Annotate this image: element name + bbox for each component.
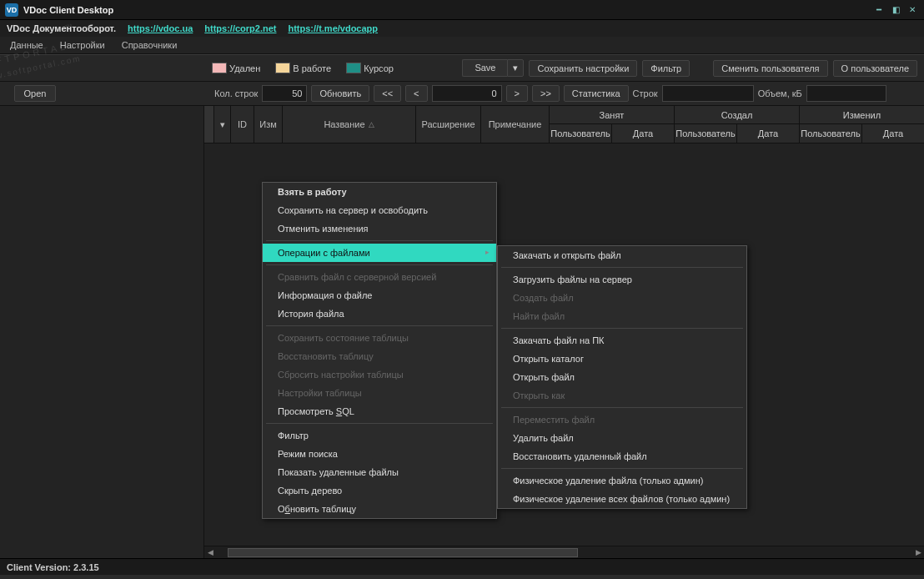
- legend-cursor: Курсор: [346, 63, 394, 73]
- col-created-user[interactable]: Пользователь: [675, 124, 737, 143]
- rows-input[interactable]: [262, 85, 307, 102]
- scroll-left-icon[interactable]: ◀: [204, 546, 216, 558]
- col-izm[interactable]: Изм: [254, 106, 283, 143]
- open-button[interactable]: Open: [14, 85, 56, 102]
- col-name[interactable]: Название: [283, 106, 416, 143]
- ctx2-item-16[interactable]: Физическое удаление всех файлов (только …: [498, 490, 746, 508]
- ctx1-item-19[interactable]: Скрыть дерево: [263, 481, 496, 500]
- first-page-button[interactable]: <<: [374, 85, 401, 102]
- col-ext[interactable]: Расширение: [416, 106, 481, 143]
- ctx1-item-0[interactable]: Взять в работу: [263, 183, 496, 201]
- title-bar: VD VDoc Client Desktop ━ ◧ ✕: [0, 0, 924, 20]
- ctx1-item-16[interactable]: Фильтр: [263, 426, 496, 445]
- refresh-button[interactable]: Обновить: [311, 85, 369, 102]
- menu-reference[interactable]: Справочники: [118, 38, 181, 52]
- col-changed-group: Изменил ПользовательДата: [800, 106, 924, 143]
- grid-header: ▾ ID Изм Название Расширение Примечание …: [204, 106, 924, 143]
- save-settings-button[interactable]: Сохранить настройки: [529, 60, 637, 77]
- rows2-label: Строк: [633, 88, 658, 98]
- ctx1-item-18[interactable]: Показать удаленные файлы: [263, 463, 496, 481]
- ctx2-item-12[interactable]: Удалить файл: [498, 429, 746, 447]
- ctx2-item-13[interactable]: Восстановить удаленный файл: [498, 447, 746, 466]
- ctx1-item-2[interactable]: Отменить изменения: [263, 219, 496, 238]
- link-vdoc[interactable]: https://vdoc.ua: [128, 23, 193, 33]
- menu-settings[interactable]: Настройки: [57, 38, 108, 52]
- col-created-date[interactable]: Дата: [737, 124, 799, 143]
- ctx1-item-10: Сохранить состояние таблицы: [263, 329, 496, 347]
- ctx1-sep-3: [266, 240, 493, 241]
- ctx2-item-15[interactable]: Физическое удаление файла (только админ): [498, 471, 746, 490]
- col-changed-user[interactable]: Пользователь: [800, 124, 862, 143]
- menu-bar: Данные Настройки Справочники: [0, 37, 924, 54]
- ctx1-item-8[interactable]: История файла: [263, 305, 496, 323]
- col-id[interactable]: ID: [231, 106, 254, 143]
- filter-button[interactable]: Фильтр: [642, 60, 690, 77]
- change-user-button[interactable]: Сменить пользователя: [713, 60, 827, 77]
- ctx2-sep-14: [501, 468, 743, 469]
- context-menu-main[interactable]: Взять в работуСохранить на сервер и осво…: [262, 182, 497, 519]
- scroll-right-icon[interactable]: ▶: [912, 546, 924, 558]
- sidebar-tree: [0, 106, 204, 558]
- close-icon[interactable]: ✕: [906, 3, 919, 17]
- save-dropdown-icon[interactable]: ▾: [507, 59, 524, 77]
- ctx1-sep-5: [266, 264, 493, 265]
- toolbar-nav: Open Кол. строк Обновить << < > >> Стати…: [0, 82, 924, 106]
- maximize-icon[interactable]: ◧: [889, 3, 902, 17]
- ctx1-item-12: Сбросить настройки таблицы: [263, 365, 496, 384]
- link-telegram[interactable]: https://t.me/vdocapp: [288, 23, 378, 33]
- col-created-group: Создал ПользовательДата: [675, 106, 800, 143]
- ctx1-item-20[interactable]: Обновить таблицу: [263, 500, 496, 518]
- next-page-button[interactable]: >: [506, 85, 528, 102]
- rows2-input[interactable]: [662, 85, 754, 102]
- legend-inwork: В работе: [275, 63, 331, 73]
- scroll-thumb[interactable]: [228, 548, 578, 557]
- ctx2-item-7[interactable]: Открыть каталог: [498, 350, 746, 368]
- legend-deleted: Удален: [212, 63, 260, 73]
- ctx2-item-6[interactable]: Закачать файл на ПК: [498, 331, 746, 350]
- stats-button[interactable]: Статистика: [564, 85, 629, 102]
- volume-input[interactable]: [806, 85, 886, 102]
- chip-deleted-icon: [212, 63, 227, 73]
- app-logo-icon: VD: [5, 3, 18, 17]
- context-menu-file-ops[interactable]: Закачать и открыть файлЗагрузить файлы н…: [497, 245, 747, 509]
- ctx1-sep-15: [266, 423, 493, 424]
- prev-page-button[interactable]: <: [405, 85, 427, 102]
- ctx2-item-0[interactable]: Закачать и открыть файл: [498, 246, 746, 264]
- col-busy-user[interactable]: Пользователь: [550, 124, 612, 143]
- col-busy-date[interactable]: Дата: [612, 124, 674, 143]
- ctx1-sep-9: [266, 325, 493, 326]
- chip-inwork-icon: [275, 63, 290, 73]
- minimize-icon[interactable]: ━: [872, 3, 886, 17]
- window-title: VDoc Client Desktop: [23, 5, 869, 15]
- ctx2-item-11: Переместить файл: [498, 410, 746, 429]
- ctx2-item-2[interactable]: Загрузить файлы на сервер: [498, 270, 746, 289]
- col-note[interactable]: Примечание: [481, 106, 550, 143]
- subheader: VDoc Документооборот. https://vdoc.ua ht…: [0, 20, 924, 37]
- ctx1-item-7[interactable]: Информация о файле: [263, 286, 496, 305]
- ctx2-item-4: Найти файл: [498, 307, 746, 325]
- rows-label: Кол. строк: [214, 88, 258, 98]
- status-bar: Client Version: 2.3.15: [0, 558, 924, 575]
- ctx1-item-17[interactable]: Режим поиска: [263, 445, 496, 463]
- save-button[interactable]: Save: [462, 59, 507, 77]
- position-input[interactable]: [432, 85, 502, 102]
- menu-data[interactable]: Данные: [7, 38, 47, 52]
- ctx2-item-3: Создать файл: [498, 289, 746, 307]
- col-changed-date[interactable]: Дата: [862, 124, 924, 143]
- client-version: Client Version: 2.3.15: [7, 562, 99, 572]
- last-page-button[interactable]: >>: [532, 85, 560, 102]
- ctx1-item-6: Сравнить файл с серверной версией: [263, 268, 496, 286]
- save-combo[interactable]: Save ▾: [462, 59, 524, 77]
- expand-col[interactable]: ▾: [214, 106, 231, 143]
- ctx1-item-14[interactable]: Просмотреть SQL: [263, 402, 496, 420]
- horizontal-scrollbar[interactable]: ◀ ▶: [204, 546, 924, 558]
- about-user-button[interactable]: О пользователе: [833, 60, 917, 77]
- volume-label: Объем, кБ: [758, 88, 802, 98]
- link-corp2[interactable]: https://corp2.net: [204, 23, 276, 33]
- product-name: VDoc Документооборот.: [7, 23, 116, 33]
- row-indicator-col: [204, 106, 214, 143]
- ctx2-item-8[interactable]: Открыть файл: [498, 368, 746, 386]
- ctx2-item-9: Открыть как: [498, 386, 746, 405]
- ctx1-item-1[interactable]: Сохранить на сервер и освободить: [263, 201, 496, 219]
- ctx1-item-4[interactable]: Операции с файлами: [263, 244, 496, 262]
